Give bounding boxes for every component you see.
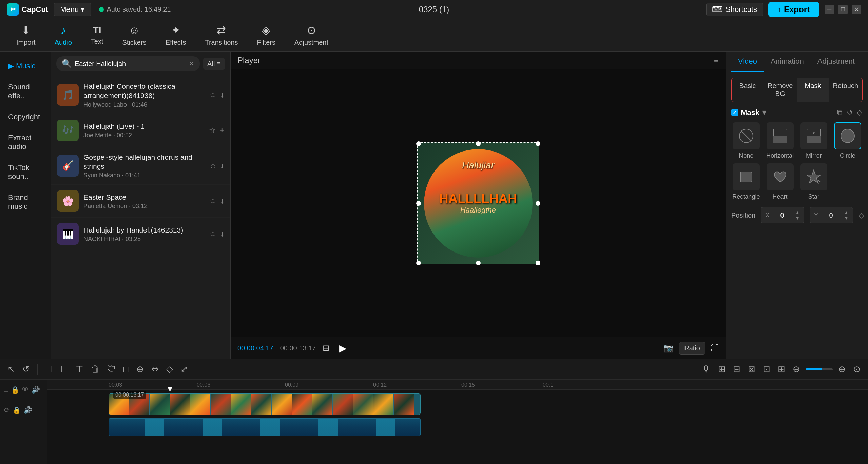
favorite-button-3[interactable]: ☆ <box>210 161 216 170</box>
player-menu-button[interactable]: ≡ <box>714 56 719 65</box>
x-down-arrow[interactable]: ▼ <box>795 216 800 220</box>
sidebar-item-sound-effects[interactable]: Sound effe.. <box>2 77 49 106</box>
mask-subtab-retouch[interactable]: Retouch <box>829 78 863 102</box>
mask-subtab-remove-bg[interactable]: Remove BG <box>764 78 797 102</box>
filter-button[interactable]: All ≡ <box>203 58 225 70</box>
y-value-input[interactable] <box>821 211 841 219</box>
tool-import[interactable]: ⬇ Import <box>7 20 45 50</box>
mask-subtab-mask[interactable]: Mask <box>797 78 829 102</box>
mask-checkbox[interactable]: ✓ <box>731 109 738 116</box>
video-layer-icon[interactable]: □ <box>4 386 8 394</box>
link-video-button[interactable]: ⊞ <box>716 362 728 377</box>
audio-volume-icon[interactable]: 🔊 <box>24 406 32 414</box>
select-tool-button[interactable]: ↖ <box>5 362 17 377</box>
fit-button[interactable]: ⊙ <box>851 362 863 377</box>
screenshot-button[interactable]: 📷 <box>663 343 674 353</box>
tool-effects[interactable]: ✦ Effects <box>156 20 196 50</box>
export-button[interactable]: ↑ Export <box>768 2 819 17</box>
video-audio-icon[interactable]: 🔊 <box>32 386 40 394</box>
mask-diamond-button[interactable]: ◇ <box>857 108 863 117</box>
mask-copy-button[interactable]: ⧉ <box>837 108 843 117</box>
zoom-slider[interactable] <box>806 368 833 370</box>
favorite-button-2[interactable]: ☆ <box>209 126 216 135</box>
rectangle-tool-button[interactable]: □ <box>121 362 131 377</box>
minimize-button[interactable]: ─ <box>825 5 834 14</box>
link-audio-button[interactable]: ⊟ <box>731 362 742 377</box>
sidebar-item-extract-audio[interactable]: Extract audio <box>2 128 49 157</box>
video-lock-icon[interactable]: 🔒 <box>11 386 19 394</box>
crop-button[interactable]: ⤢ <box>178 362 190 377</box>
add-button-2[interactable]: + <box>220 126 224 135</box>
split-audio-button[interactable]: ⊣ <box>43 362 55 377</box>
download-button-3[interactable]: ↓ <box>220 161 224 170</box>
download-button-5[interactable]: ↓ <box>220 229 224 238</box>
search-input[interactable] <box>75 60 186 68</box>
split-video-button[interactable]: ⊢ <box>58 362 70 377</box>
tool-adjustment[interactable]: ⊙ Adjustment <box>285 20 338 50</box>
mask-subtab-basic[interactable]: Basic <box>732 78 764 102</box>
video-visibility-icon[interactable]: 👁 <box>22 386 29 394</box>
sidebar-item-music[interactable]: ▶ Music <box>2 56 49 76</box>
play-button[interactable]: ▶ <box>336 341 350 355</box>
music-item-1[interactable]: 🎵 Hallelujah Concerto (classical arrange… <box>51 76 230 114</box>
x-up-arrow[interactable]: ▲ <box>795 210 800 215</box>
fullscreen-button[interactable]: ⛶ <box>711 343 719 353</box>
mask-collapse-icon[interactable]: ▾ <box>762 108 766 117</box>
y-up-arrow[interactable]: ▲ <box>844 210 849 215</box>
search-clear-button[interactable]: ✕ <box>189 60 194 68</box>
maximize-button[interactable]: □ <box>838 5 848 14</box>
tool-filters[interactable]: ◈ Filters <box>248 20 285 50</box>
tool-text[interactable]: TI Text <box>81 21 113 49</box>
music-item-4[interactable]: 🌸 Easter Space Pauletta Uemori · 03:12 ☆… <box>51 185 230 218</box>
favorite-button-4[interactable]: ☆ <box>210 197 216 205</box>
mask-reset-button[interactable]: ↺ <box>847 108 853 117</box>
y-down-arrow[interactable]: ▼ <box>844 216 849 220</box>
favorite-button-1[interactable]: ☆ <box>210 90 216 99</box>
timeline-action-2[interactable]: ⊡ <box>761 362 772 377</box>
music-item-5[interactable]: 🎹 Hallelujah by Handel.(1462313) NAOKI H… <box>51 218 230 250</box>
mask-shape-star[interactable]: Star <box>799 163 829 200</box>
menu-button[interactable]: Menu ▾ <box>54 3 91 16</box>
tool-transitions[interactable]: ⇄ Transitions <box>195 20 247 50</box>
timeline-action-3[interactable]: ⊞ <box>776 362 787 377</box>
music-item-2[interactable]: 🎶 Hallelujah (Live) - 1 Joe Mettle · 00:… <box>51 114 230 147</box>
audio-clip[interactable] <box>109 418 421 436</box>
microphone-button[interactable]: 🎙 <box>700 362 713 377</box>
diamond-tool-button[interactable]: ◇ <box>164 362 175 377</box>
tab-adjustment[interactable]: Adjustment <box>811 52 862 72</box>
shield-button[interactable]: 🛡 <box>105 362 118 377</box>
mask-shape-horizontal[interactable]: Horizontal <box>765 122 795 159</box>
shortcuts-button[interactable]: ⌨ Shortcuts <box>706 3 763 16</box>
video-clip[interactable] <box>109 393 421 415</box>
zoom-out-button[interactable]: ⊖ <box>791 362 802 377</box>
download-button-1[interactable]: ↓ <box>220 90 224 99</box>
tool-stickers[interactable]: ☺ Stickers <box>113 21 156 50</box>
tab-video[interactable]: Video <box>731 52 764 72</box>
split-all-button[interactable]: ⊤ <box>74 362 85 377</box>
close-button[interactable]: ✕ <box>852 5 861 14</box>
mask-shape-heart[interactable]: Heart <box>765 163 795 200</box>
tab-animation[interactable]: Animation <box>764 52 811 72</box>
zoom-in-button[interactable]: ⊕ <box>836 362 848 377</box>
timeline-grid-button[interactable]: ⊞ <box>323 343 329 353</box>
download-button-4[interactable]: ↓ <box>220 197 224 205</box>
audio-lock-icon[interactable]: 🔒 <box>13 406 21 414</box>
music-item-3[interactable]: 🎸 Gospel-style hallelujah chorus and str… <box>51 147 230 185</box>
playhead[interactable] <box>170 390 170 464</box>
sidebar-item-tiktok[interactable]: TikTok soun.. <box>2 158 49 186</box>
favorite-button-5[interactable]: ☆ <box>210 229 216 238</box>
mask-shape-rectangle[interactable]: Rectangle <box>731 163 761 200</box>
flip-button[interactable]: ⇔ <box>149 362 161 377</box>
timeline-action-1[interactable]: ⊠ <box>746 362 757 377</box>
sidebar-item-brand-music[interactable]: Brand music <box>2 188 49 216</box>
position-diamond-button[interactable]: ◇ <box>859 211 864 220</box>
sidebar-item-copyright[interactable]: Copyright <box>2 107 49 127</box>
ratio-button[interactable]: Ratio <box>679 342 705 355</box>
x-value-input[interactable] <box>772 211 792 219</box>
tool-audio[interactable]: ♪ Audio <box>45 21 81 50</box>
audio-loop-icon[interactable]: ⟳ <box>4 406 10 414</box>
add-button[interactable]: ⊕ <box>134 362 146 377</box>
mask-shape-none[interactable]: None <box>731 122 761 159</box>
delete-button[interactable]: 🗑 <box>89 362 102 377</box>
mask-shape-mirror[interactable]: ▼ Mirror <box>799 122 829 159</box>
